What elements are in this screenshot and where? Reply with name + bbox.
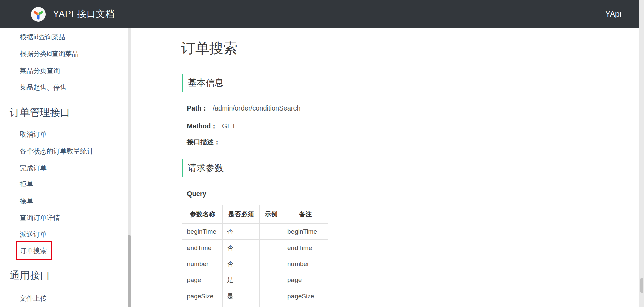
col-header-param-name: 参数名称	[182, 205, 223, 224]
sidebar-item-order-status-count[interactable]: 各个状态的订单数量统计	[20, 146, 94, 156]
cell-param-name: pageSize	[182, 288, 223, 304]
query-label: Query	[187, 189, 206, 198]
cell-param-name: page	[182, 272, 223, 288]
table-row-partial	[182, 304, 328, 307]
cell-remark: endTime	[283, 240, 328, 256]
cell-param-name: beginTime	[182, 224, 223, 240]
sidebar-item-query-dish-by-id[interactable]: 根据id查询菜品	[20, 32, 65, 42]
sidebar-item-complete-order[interactable]: 完成订单	[20, 163, 47, 173]
cell-required: 是	[223, 288, 260, 304]
sidebar-group-order-management[interactable]: 订单管理接口	[10, 106, 70, 119]
table-row: beginTime 否 beginTime	[182, 224, 328, 240]
cell-remark: page	[283, 272, 328, 288]
sidebar-item-file-upload[interactable]: 文件上传	[20, 294, 47, 303]
col-header-example: 示例	[260, 205, 283, 224]
path-label: Path：	[187, 104, 208, 112]
path-row: Path：/admin/order/conditionSearch	[187, 104, 301, 113]
app-header: YAPI 接口文档 YApi	[0, 0, 639, 28]
window-scrollbar-thumb[interactable]	[640, 278, 643, 293]
description-label: 接口描述：	[187, 138, 220, 146]
table-row: pageSize 是 pageSize	[182, 288, 328, 304]
method-label: Method：	[187, 122, 217, 130]
app-title: YAPI 接口文档	[53, 0, 115, 28]
cell-required: 是	[223, 272, 260, 288]
cell-param-name: endTime	[182, 240, 223, 256]
cell-example	[260, 256, 283, 272]
sidebar-item-accept-order[interactable]: 接单	[20, 196, 33, 206]
cell-param-name: number	[182, 256, 223, 272]
page-title: 订单搜索	[181, 39, 237, 58]
cell-remark: pageSize	[283, 288, 328, 304]
cell-remark: number	[283, 256, 328, 272]
cell-required: 否	[223, 240, 260, 256]
sidebar-item-reject-order[interactable]: 拒单	[20, 179, 33, 189]
sidebar-item-dish-page-query[interactable]: 菜品分页查询	[20, 66, 60, 75]
sidebar-scrollbar-thumb[interactable]	[128, 235, 131, 307]
sidebar-item-dish-start-stop-sale[interactable]: 菜品起售、停售	[20, 83, 67, 92]
sidebar-group-common[interactable]: 通用接口	[10, 269, 50, 282]
col-header-remark: 备注	[283, 205, 328, 224]
description-row: 接口描述：	[187, 138, 220, 146]
sidebar-item-cancel-order[interactable]: 取消订单	[20, 130, 47, 139]
method-value: GET	[222, 122, 236, 130]
method-row: Method：GET	[187, 122, 236, 130]
yapi-logo-icon	[31, 7, 46, 22]
table-row: number 否 number	[182, 256, 328, 272]
table-row: endTime 否 endTime	[182, 240, 328, 256]
sidebar-item-deliver-order[interactable]: 派送订单	[20, 230, 47, 239]
section-heading-request-params: 请求参数	[182, 159, 224, 177]
cell-example	[260, 288, 283, 304]
table-row: page 是 page	[182, 272, 328, 288]
col-header-required: 是否必须	[223, 205, 260, 224]
cell-required: 否	[223, 224, 260, 240]
cell-example	[260, 272, 283, 288]
selected-item-highlight-box	[16, 241, 52, 260]
query-params-table: 参数名称 是否必须 示例 备注 beginTime 否 beginTime en…	[182, 205, 328, 307]
cell-remark: beginTime	[283, 224, 328, 240]
sidebar-nav: 根据id查询菜品 根据分类id查询菜品 菜品分页查询 菜品起售、停售 订单管理接…	[0, 28, 128, 307]
cell-example	[260, 224, 283, 240]
section-heading-basic-info: 基本信息	[182, 74, 224, 92]
window-scrollbar-track[interactable]	[639, 0, 644, 307]
cell-example	[260, 240, 283, 256]
sidebar-item-query-dish-by-category[interactable]: 根据分类id查询菜品	[20, 49, 79, 58]
path-value: /admin/order/conditionSearch	[213, 104, 300, 112]
table-header-row: 参数名称 是否必须 示例 备注	[182, 205, 328, 224]
sidebar-item-order-detail[interactable]: 查询订单详情	[20, 213, 60, 222]
cell-required: 否	[223, 256, 260, 272]
yapi-home-link[interactable]: YApi	[605, 0, 621, 28]
